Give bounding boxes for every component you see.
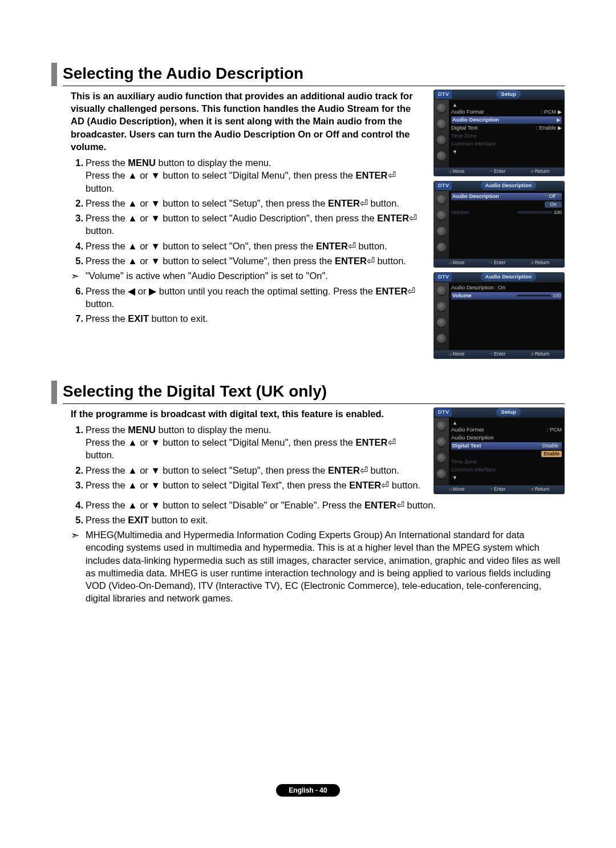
menu-row-digital-text: Digital TextDisable: [451, 442, 562, 450]
section-title-bar: Selecting the Audio Description: [51, 63, 565, 86]
step-item: Press the ▲ or ▼ button to select "Audio…: [71, 212, 424, 237]
scroll-down-icon: ▼: [451, 148, 562, 155]
page-number-badge: English - 40: [276, 784, 339, 797]
menu-row-time-zone: Time Zone: [451, 458, 562, 466]
tv-digital-text-panel: DTV Setup ▲ Audio Format: PCM Audio Desc…: [433, 407, 565, 494]
step-item: Press the MENU button to display the men…: [71, 423, 424, 462]
menu-row-audio-format: Audio Format: PCM▶: [451, 108, 562, 116]
tv-audio-desc-on-panel: DTV Audio Description Audio Description …: [433, 272, 565, 359]
menu-row-digital-text: Digital Text: Enable▶: [451, 124, 562, 132]
section-audio-description: Selecting the Audio Description This is …: [51, 63, 565, 364]
dtv-badge: DTV: [435, 408, 452, 417]
title-accent: [51, 63, 57, 86]
option-disable: Disable: [540, 443, 561, 449]
section-title: Selecting the Audio Description: [63, 63, 565, 86]
step-item: Press the MENU button to display the men…: [71, 156, 424, 195]
step-item: Press the ▲ or ▼ button to select "Setup…: [71, 464, 424, 477]
step-note: "Volume" is active when "Audio Descripti…: [71, 269, 424, 282]
menu-row-audio-format: Audio Format: PCM: [451, 426, 562, 434]
nav-icon: [436, 151, 447, 161]
step-item: Press the ▲ or ▼ button to select "Volum…: [71, 255, 424, 267]
steps-list-cont: Press the ▲ or ▼ button to select "Disab…: [71, 499, 565, 527]
step-item: Press the ▲ or ▼ button to select "On", …: [71, 240, 424, 252]
option-off: Off: [544, 193, 561, 200]
menu-row-common-interface: Common Interface: [451, 140, 562, 148]
tv-panel-title: Setup: [496, 90, 520, 99]
menu-row-audio-description: Audio Description: [451, 434, 562, 442]
menu-row-audio-desc-toggle: Audio Description Off: [451, 193, 562, 200]
tv-panel-title: Setup: [496, 408, 520, 417]
tv-setup-panel: DTV Setup ▲ Audio Format: PCM▶ Audio Des…: [433, 90, 565, 176]
footer-move: Move: [449, 168, 465, 175]
page-footer: English - 40: [51, 783, 565, 797]
menu-row-volume: Volume 100: [451, 292, 562, 300]
section-intro: This is an auxiliary audio function that…: [71, 90, 424, 153]
nav-icon: [436, 103, 447, 114]
option-on: On: [545, 201, 562, 208]
step-item: Press the ▲ or ▼ button to select "Digit…: [71, 479, 424, 491]
step-item: Press the ▲ or ▼ button to select "Disab…: [71, 499, 565, 511]
tv-sidebar: [434, 100, 449, 167]
nav-icon: [436, 119, 447, 130]
mheg-note: MHEG(Multimedia and Hypermedia Informati…: [71, 528, 565, 605]
option-enable: Enable: [541, 451, 562, 457]
menu-row-volume: Volume 100: [451, 209, 562, 216]
steps-list: Press the MENU button to display the men…: [71, 156, 424, 267]
nav-icon: [436, 135, 447, 146]
footer-return: Return: [530, 168, 549, 175]
section-digital-text: Selecting the Digital Text (UK only) If …: [51, 381, 565, 605]
tv-panel-title: Audio Description: [481, 181, 537, 190]
step-item: Press the ◀ or ▶ button until you reach …: [71, 285, 424, 310]
scroll-up-icon: ▲: [451, 102, 562, 108]
steps-list: Press the MENU button to display the men…: [71, 423, 424, 491]
menu-row-common-interface: Common Interface: [451, 466, 562, 474]
menu-row-time-zone: Time Zone: [451, 132, 562, 140]
section-intro: If the programme is broadcast with digit…: [71, 407, 424, 420]
menu-row-audio-description: Audio Description▶: [451, 116, 562, 124]
dtv-badge: DTV: [435, 273, 452, 281]
footer-enter: Enter: [489, 168, 505, 175]
step-item: Press the ▲ or ▼ button to select "Setup…: [71, 197, 424, 209]
dtv-badge: DTV: [435, 181, 452, 190]
menu-row-ad-on: Audio Description : On: [451, 284, 562, 292]
steps-list-cont: Press the ◀ or ▶ button until you reach …: [71, 285, 424, 325]
screenshots-col: DTV Setup ▲ Audio Format: PCM▶ Audio Des…: [433, 90, 565, 364]
tv-audio-desc-panel: DTV Audio Description Audio Description …: [433, 181, 565, 268]
section-title: Selecting the Digital Text (UK only): [63, 381, 565, 404]
step-item: Press the EXIT button to exit.: [71, 514, 565, 526]
dtv-badge: DTV: [435, 90, 452, 99]
step-item: Press the EXIT button to exit.: [71, 312, 424, 325]
tv-panel-title: Audio Description: [481, 273, 537, 281]
